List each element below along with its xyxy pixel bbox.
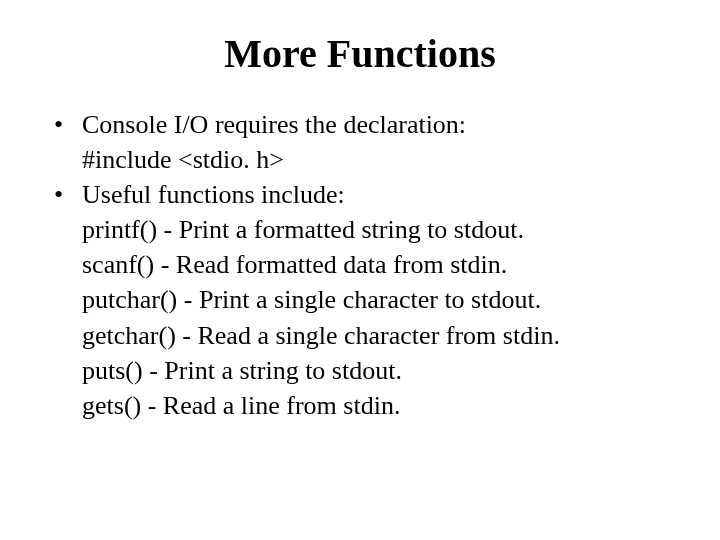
slide-title: More Functions: [50, 30, 670, 77]
bullet-subline: scanf() - Read formatted data from stdin…: [50, 247, 670, 282]
bullet-subline: putchar() - Print a single character to …: [50, 282, 670, 317]
bullet-dot-icon: •: [50, 107, 82, 142]
bullet-subline: #include <stdio. h>: [50, 142, 670, 177]
slide: More Functions • Console I/O requires th…: [0, 0, 720, 540]
bullet-dot-icon: •: [50, 177, 82, 212]
bullet-item: • Useful functions include:: [50, 177, 670, 212]
slide-body: • Console I/O requires the declaration: …: [50, 107, 670, 423]
bullet-subline: printf() - Print a formatted string to s…: [50, 212, 670, 247]
bullet-text: Console I/O requires the declaration:: [82, 107, 670, 142]
bullet-subline: getchar() - Read a single character from…: [50, 318, 670, 353]
bullet-subline: puts() - Print a string to stdout.: [50, 353, 670, 388]
bullet-text: Useful functions include:: [82, 177, 670, 212]
bullet-subline: gets() - Read a line from stdin.: [50, 388, 670, 423]
bullet-item: • Console I/O requires the declaration:: [50, 107, 670, 142]
